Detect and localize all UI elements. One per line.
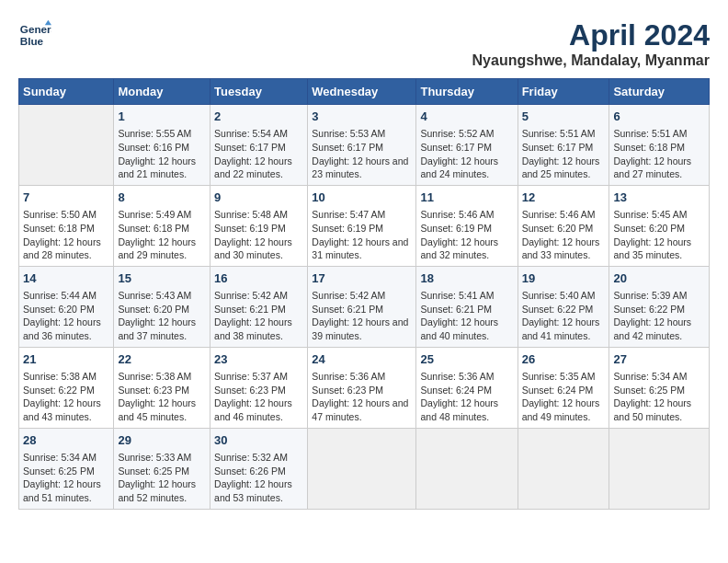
day-number: 19: [522, 270, 606, 287]
day-info: Sunrise: 5:41 AMSunset: 6:21 PMDaylight:…: [420, 289, 513, 343]
calendar-cell: 20Sunrise: 5:39 AMSunset: 6:22 PMDayligh…: [609, 266, 710, 347]
day-number: 21: [23, 351, 109, 368]
day-number: 3: [312, 109, 412, 125]
day-number: 6: [613, 109, 705, 125]
weekday-header-row: SundayMondayTuesdayWednesdayThursdayFrid…: [19, 79, 710, 105]
calendar-table: SundayMondayTuesdayWednesdayThursdayFrid…: [18, 78, 710, 510]
day-info: Sunrise: 5:45 AMSunset: 6:20 PMDaylight:…: [613, 208, 705, 262]
day-info: Sunrise: 5:52 AMSunset: 6:17 PMDaylight:…: [420, 127, 513, 181]
calendar-cell: 2Sunrise: 5:54 AMSunset: 6:17 PMDaylight…: [210, 105, 308, 186]
week-row-3: 14Sunrise: 5:44 AMSunset: 6:20 PMDayligh…: [19, 266, 710, 347]
calendar-cell: [19, 105, 114, 186]
calendar-cell: 26Sunrise: 5:35 AMSunset: 6:24 PMDayligh…: [518, 347, 609, 428]
day-info: Sunrise: 5:54 AMSunset: 6:17 PMDaylight:…: [214, 127, 303, 181]
calendar-cell: 25Sunrise: 5:36 AMSunset: 6:24 PMDayligh…: [416, 347, 518, 428]
title-area: April 2024 Nyaungshwe, Mandalay, Myanmar: [472, 18, 710, 69]
weekday-header-sunday: Sunday: [19, 79, 114, 105]
day-info: Sunrise: 5:48 AMSunset: 6:19 PMDaylight:…: [214, 208, 303, 262]
calendar-cell: 8Sunrise: 5:49 AMSunset: 6:18 PMDaylight…: [114, 185, 210, 266]
day-info: Sunrise: 5:44 AMSunset: 6:20 PMDaylight:…: [23, 289, 109, 343]
day-info: Sunrise: 5:38 AMSunset: 6:23 PMDaylight:…: [118, 370, 206, 424]
day-info: Sunrise: 5:38 AMSunset: 6:22 PMDaylight:…: [23, 370, 109, 424]
day-info: Sunrise: 5:47 AMSunset: 6:19 PMDaylight:…: [312, 208, 412, 262]
logo: General Blue: [18, 18, 51, 52]
day-number: 26: [522, 351, 606, 368]
calendar-cell: 23Sunrise: 5:37 AMSunset: 6:23 PMDayligh…: [210, 347, 308, 428]
day-number: 23: [214, 351, 303, 368]
day-number: 4: [420, 109, 513, 125]
calendar-cell: 12Sunrise: 5:46 AMSunset: 6:20 PMDayligh…: [518, 185, 609, 266]
day-number: 16: [214, 270, 303, 287]
day-number: 5: [522, 109, 606, 125]
day-info: Sunrise: 5:55 AMSunset: 6:16 PMDaylight:…: [118, 127, 206, 181]
calendar-cell: 1Sunrise: 5:55 AMSunset: 6:16 PMDaylight…: [114, 105, 210, 186]
day-number: 29: [118, 432, 206, 449]
day-info: Sunrise: 5:34 AMSunset: 6:25 PMDaylight:…: [613, 370, 705, 424]
calendar-cell: 11Sunrise: 5:46 AMSunset: 6:19 PMDayligh…: [416, 185, 518, 266]
day-info: Sunrise: 5:46 AMSunset: 6:20 PMDaylight:…: [522, 208, 606, 262]
day-info: Sunrise: 5:36 AMSunset: 6:24 PMDaylight:…: [420, 370, 513, 424]
calendar-cell: 17Sunrise: 5:42 AMSunset: 6:21 PMDayligh…: [308, 266, 416, 347]
calendar-cell: 15Sunrise: 5:43 AMSunset: 6:20 PMDayligh…: [114, 266, 210, 347]
day-info: Sunrise: 5:46 AMSunset: 6:19 PMDaylight:…: [420, 208, 513, 262]
day-info: Sunrise: 5:51 AMSunset: 6:17 PMDaylight:…: [522, 127, 606, 181]
day-info: Sunrise: 5:36 AMSunset: 6:23 PMDaylight:…: [312, 370, 412, 424]
calendar-cell: 16Sunrise: 5:42 AMSunset: 6:21 PMDayligh…: [210, 266, 308, 347]
calendar-cell: 4Sunrise: 5:52 AMSunset: 6:17 PMDaylight…: [416, 105, 518, 186]
day-number: 9: [214, 190, 303, 206]
calendar-cell: [308, 428, 416, 509]
day-number: 11: [420, 190, 513, 206]
day-number: 28: [23, 432, 109, 449]
day-info: Sunrise: 5:42 AMSunset: 6:21 PMDaylight:…: [214, 289, 303, 343]
day-number: 2: [214, 109, 303, 125]
day-number: 25: [420, 351, 513, 368]
day-info: Sunrise: 5:43 AMSunset: 6:20 PMDaylight:…: [118, 289, 206, 343]
logo-icon: General Blue: [18, 18, 51, 52]
calendar-cell: 21Sunrise: 5:38 AMSunset: 6:22 PMDayligh…: [19, 347, 114, 428]
calendar-cell: 22Sunrise: 5:38 AMSunset: 6:23 PMDayligh…: [114, 347, 210, 428]
weekday-header-friday: Friday: [518, 79, 609, 105]
day-info: Sunrise: 5:42 AMSunset: 6:21 PMDaylight:…: [312, 289, 412, 343]
day-number: 20: [613, 270, 705, 287]
calendar-cell: 29Sunrise: 5:33 AMSunset: 6:25 PMDayligh…: [114, 428, 210, 509]
weekday-header-tuesday: Tuesday: [210, 79, 308, 105]
calendar-cell: 28Sunrise: 5:34 AMSunset: 6:25 PMDayligh…: [19, 428, 114, 509]
day-info: Sunrise: 5:33 AMSunset: 6:25 PMDaylight:…: [118, 451, 206, 505]
day-info: Sunrise: 5:39 AMSunset: 6:22 PMDaylight:…: [613, 289, 705, 343]
day-info: Sunrise: 5:35 AMSunset: 6:24 PMDaylight:…: [522, 370, 606, 424]
day-number: 15: [118, 270, 206, 287]
day-number: 13: [613, 190, 705, 206]
calendar-cell: 14Sunrise: 5:44 AMSunset: 6:20 PMDayligh…: [19, 266, 114, 347]
day-info: Sunrise: 5:40 AMSunset: 6:22 PMDaylight:…: [522, 289, 606, 343]
calendar-cell: 13Sunrise: 5:45 AMSunset: 6:20 PMDayligh…: [609, 185, 710, 266]
day-number: 7: [23, 190, 109, 206]
day-number: 12: [522, 190, 606, 206]
day-number: 8: [118, 190, 206, 206]
day-info: Sunrise: 5:34 AMSunset: 6:25 PMDaylight:…: [23, 451, 109, 505]
day-info: Sunrise: 5:37 AMSunset: 6:23 PMDaylight:…: [214, 370, 303, 424]
day-info: Sunrise: 5:50 AMSunset: 6:18 PMDaylight:…: [23, 208, 109, 262]
calendar-cell: 24Sunrise: 5:36 AMSunset: 6:23 PMDayligh…: [308, 347, 416, 428]
week-row-5: 28Sunrise: 5:34 AMSunset: 6:25 PMDayligh…: [19, 428, 710, 509]
day-number: 17: [312, 270, 412, 287]
calendar-cell: 30Sunrise: 5:32 AMSunset: 6:26 PMDayligh…: [210, 428, 308, 509]
day-number: 10: [312, 190, 412, 206]
calendar-cell: [609, 428, 710, 509]
day-number: 14: [23, 270, 109, 287]
day-number: 22: [118, 351, 206, 368]
day-number: 30: [214, 432, 303, 449]
weekday-header-wednesday: Wednesday: [308, 79, 416, 105]
calendar-cell: 18Sunrise: 5:41 AMSunset: 6:21 PMDayligh…: [416, 266, 518, 347]
calendar-cell: 19Sunrise: 5:40 AMSunset: 6:22 PMDayligh…: [518, 266, 609, 347]
weekday-header-monday: Monday: [114, 79, 210, 105]
day-number: 1: [118, 109, 206, 125]
day-info: Sunrise: 5:53 AMSunset: 6:17 PMDaylight:…: [312, 127, 412, 181]
day-number: 27: [613, 351, 705, 368]
calendar-cell: 9Sunrise: 5:48 AMSunset: 6:19 PMDaylight…: [210, 185, 308, 266]
month-title: April 2024: [472, 18, 710, 52]
calendar-cell: 6Sunrise: 5:51 AMSunset: 6:18 PMDaylight…: [609, 105, 710, 186]
week-row-4: 21Sunrise: 5:38 AMSunset: 6:22 PMDayligh…: [19, 347, 710, 428]
weekday-header-saturday: Saturday: [609, 79, 710, 105]
calendar-cell: 3Sunrise: 5:53 AMSunset: 6:17 PMDaylight…: [308, 105, 416, 186]
day-info: Sunrise: 5:49 AMSunset: 6:18 PMDaylight:…: [118, 208, 206, 262]
